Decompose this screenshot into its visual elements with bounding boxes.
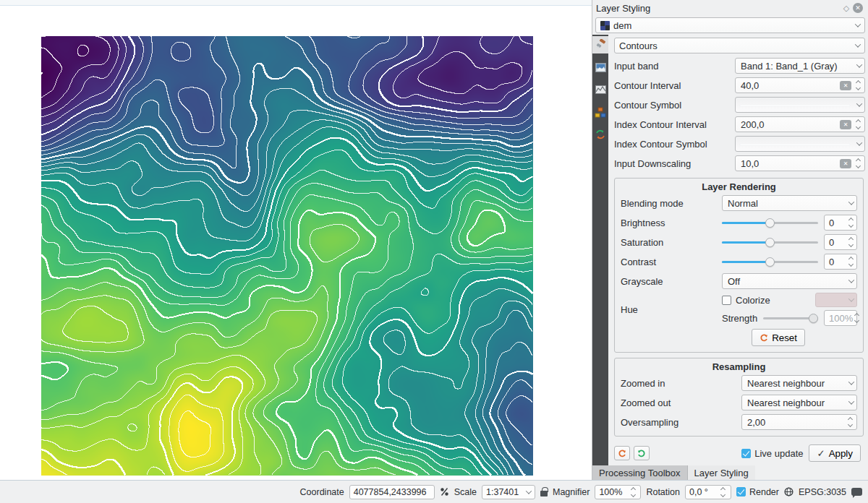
colorize-checkbox[interactable]: [722, 296, 731, 305]
spinner-arrows[interactable]: [847, 218, 854, 227]
chevron-down-icon: [848, 379, 854, 384]
contour-symbol-label: Contour Symbol: [614, 100, 735, 111]
symbology-tab[interactable]: [592, 36, 608, 53]
panel-header: Layer Styling ◇ ✕: [592, 0, 868, 16]
live-update-toggle[interactable]: Live update: [741, 448, 803, 459]
spinner-arrows[interactable]: [846, 418, 854, 426]
close-panel-button[interactable]: ✕: [852, 2, 864, 14]
oversampling-spinbox[interactable]: 2,00: [741, 414, 857, 430]
renderer-combo[interactable]: Contours: [614, 38, 865, 53]
attributes-icon: [595, 107, 606, 118]
tracking-icon: [440, 487, 449, 496]
spinner-arrows[interactable]: [854, 81, 861, 90]
input-downscaling-spinbox[interactable]: 10,0 ✕: [735, 155, 865, 171]
panel-title: Layer Styling: [596, 3, 841, 14]
grayscale-combo[interactable]: Off: [722, 273, 857, 289]
transparency-tab[interactable]: [592, 59, 608, 76]
history-tab[interactable]: [592, 126, 608, 143]
strength-spinbox[interactable]: 100%: [824, 310, 857, 326]
float-panel-icon[interactable]: ◇: [841, 2, 852, 14]
status-bar: Coordinate 4077854,2433996 Scale 1:37401…: [0, 480, 868, 503]
contour-interval-value: 40,0: [741, 80, 837, 91]
layer-select-value: dem: [613, 20, 852, 31]
undo-style-button[interactable]: [614, 446, 630, 460]
magnifier-spinbox[interactable]: 100%: [595, 485, 641, 499]
map-canvas-area: [0, 0, 592, 480]
live-update-label: Live update: [754, 448, 803, 459]
contour-interval-spinbox[interactable]: 40,0 ✕: [735, 77, 865, 93]
live-update-checkbox[interactable]: [741, 449, 751, 458]
index-contour-interval-value: 200,0: [741, 119, 837, 130]
spinner-arrows[interactable]: [629, 488, 637, 496]
line-symbol-preview: [740, 144, 850, 145]
scale-label: Scale: [454, 487, 477, 497]
map-canvas[interactable]: [41, 36, 533, 476]
index-contour-symbol-combo[interactable]: [735, 136, 865, 152]
crs-status-button[interactable]: [784, 487, 793, 496]
contrast-spinbox[interactable]: 0: [824, 254, 857, 270]
clear-field-icon[interactable]: ✕: [840, 120, 851, 129]
lock-icon: [540, 491, 548, 496]
chevron-down-icon: [855, 21, 861, 27]
spinner-arrows[interactable]: [854, 120, 861, 129]
spinner-arrows[interactable]: [847, 257, 854, 266]
strength-slider[interactable]: [763, 313, 818, 323]
render-toggle[interactable]: Render: [736, 487, 779, 497]
blending-mode-combo[interactable]: Normal: [722, 195, 857, 211]
tab-processing-toolbox[interactable]: Processing Toolbox: [592, 465, 688, 480]
attributes-tab[interactable]: [592, 103, 608, 121]
check-icon: ✓: [817, 448, 825, 459]
redo-style-button[interactable]: [634, 446, 650, 460]
saturation-slider[interactable]: [722, 237, 818, 247]
resampling-title: Resampling: [621, 361, 857, 375]
spinner-arrows[interactable]: [853, 314, 860, 322]
dock-tabbar: Processing Toolbox Layer Styling: [592, 465, 868, 480]
apply-button[interactable]: ✓ Apply: [809, 444, 861, 462]
spinner-arrows[interactable]: [720, 488, 727, 496]
tab-layer-styling[interactable]: Layer Styling: [688, 465, 755, 480]
rotation-label: Rotation: [646, 487, 680, 497]
undo-icon: [618, 449, 626, 457]
render-checkbox[interactable]: [736, 487, 746, 496]
lock-scale-button[interactable]: [540, 487, 548, 496]
oversampling-label: Oversampling: [621, 417, 741, 428]
clear-field-icon[interactable]: ✕: [840, 159, 851, 168]
index-contour-interval-spinbox[interactable]: 200,0 ✕: [735, 116, 865, 132]
extents-toggle-button[interactable]: [440, 487, 449, 496]
resampling-group: Resampling Zoomed in Nearest neighbour Z…: [614, 358, 864, 437]
chevron-down-icon: [856, 61, 862, 67]
contrast-slider[interactable]: [722, 257, 818, 267]
messages-button[interactable]: [851, 488, 862, 496]
coordinate-input[interactable]: 4077854,2433996: [349, 485, 435, 499]
hue-label: Hue: [621, 293, 722, 326]
saturation-spinbox[interactable]: 0: [824, 234, 857, 250]
spinner-arrows[interactable]: [847, 238, 854, 246]
scale-combo[interactable]: 1:37401: [482, 485, 535, 499]
zoomed-out-combo[interactable]: Nearest neighbour: [741, 395, 857, 410]
zoomed-out-label: Zoomed out: [621, 397, 741, 408]
reset-undo-icon: [760, 333, 768, 342]
contrast-label: Contrast: [621, 257, 722, 267]
spinner-arrows[interactable]: [854, 159, 861, 168]
clear-field-icon[interactable]: ✕: [840, 81, 851, 90]
reset-button[interactable]: Reset: [752, 329, 805, 346]
styling-tabs-strip: [592, 35, 608, 465]
layer-select-combo[interactable]: dem: [595, 17, 865, 33]
brightness-slider[interactable]: [722, 218, 818, 228]
rotation-spinbox[interactable]: 0,0 °: [685, 485, 731, 499]
histogram-tab[interactable]: [592, 81, 608, 98]
zoomed-in-combo[interactable]: Nearest neighbour: [741, 375, 857, 391]
blending-mode-label: Blending mode: [621, 198, 722, 209]
colorize-color-combo[interactable]: [815, 293, 857, 307]
history-arrows-icon: [595, 129, 606, 140]
crs-label: EPSG:3035: [799, 487, 846, 497]
input-band-combo[interactable]: Band 1: Band_1 (Gray): [735, 58, 865, 74]
index-contour-interval-label: Index Contour Interval: [614, 119, 735, 130]
contour-symbol-combo[interactable]: [735, 97, 865, 113]
symbology-content: Contours Input band Band 1: Band_1 (Gray…: [608, 35, 868, 465]
input-band-label: Input band: [614, 61, 735, 72]
brightness-spinbox[interactable]: 0: [824, 215, 857, 231]
chevron-down-icon: [855, 41, 861, 47]
zoomed-in-label: Zoomed in: [621, 378, 741, 389]
blending-mode-value: Normal: [728, 198, 846, 209]
